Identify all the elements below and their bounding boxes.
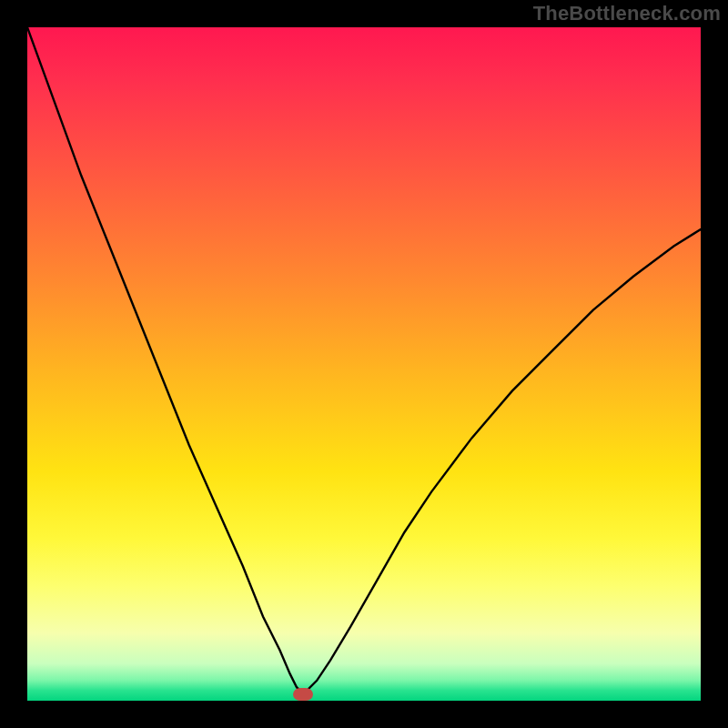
bottleneck-marker bbox=[293, 688, 313, 701]
watermark-text: TheBottleneck.com bbox=[533, 2, 721, 25]
bottleneck-curve bbox=[27, 27, 701, 701]
plot-area bbox=[27, 27, 701, 701]
chart-frame: TheBottleneck.com bbox=[0, 0, 728, 728]
curve-left-path bbox=[27, 27, 303, 694]
curve-right-path bbox=[303, 229, 701, 694]
